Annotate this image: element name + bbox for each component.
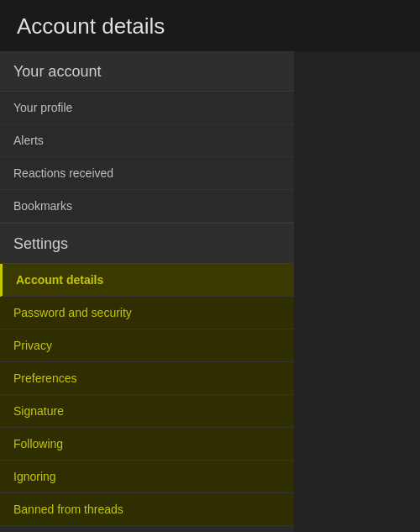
settings-section-header: Settings: [0, 223, 294, 264]
sidebar-item-following[interactable]: Following: [0, 428, 294, 461]
sidebar-item-bookmarks[interactable]: Bookmarks: [0, 190, 294, 223]
page-title: Account details: [0, 0, 420, 51]
sidebar-item-alerts[interactable]: Alerts: [0, 124, 294, 157]
sidebar-item-signature[interactable]: Signature: [0, 395, 294, 428]
content-area: [294, 51, 420, 532]
sidebar-item-preferences[interactable]: Preferences: [0, 362, 294, 395]
your-account-section-header: Your account: [0, 51, 294, 92]
sidebar-item-password-security[interactable]: Password and security: [0, 297, 294, 329]
sidebar-item-your-profile[interactable]: Your profile: [0, 92, 294, 124]
sidebar: Your account Your profile Alerts Reactio…: [0, 51, 294, 532]
sidebar-item-account-details[interactable]: Account details: [0, 264, 294, 297]
sidebar-item-reactions-received[interactable]: Reactions received: [0, 157, 294, 190]
sidebar-item-banned-from-threads[interactable]: Banned from threads: [0, 493, 294, 526]
sidebar-item-ignoring[interactable]: Ignoring: [0, 461, 294, 493]
sidebar-item-privacy[interactable]: Privacy: [0, 329, 294, 362]
